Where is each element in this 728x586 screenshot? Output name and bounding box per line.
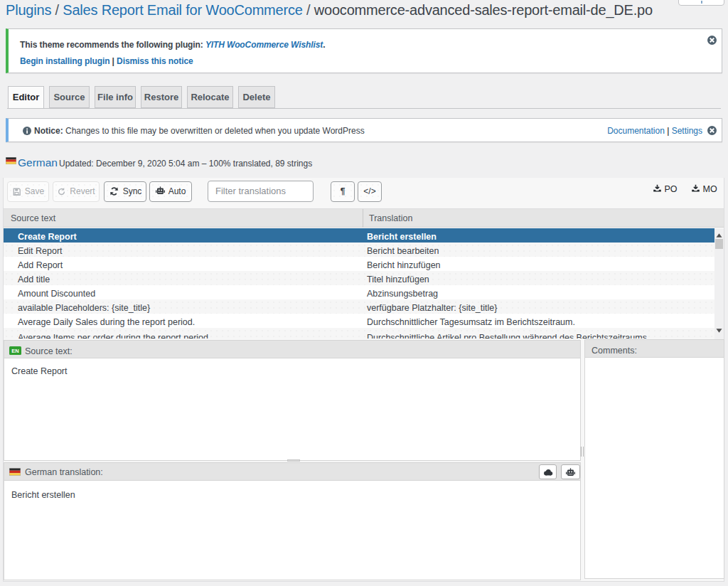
svg-text:EN: EN <box>11 348 18 354</box>
